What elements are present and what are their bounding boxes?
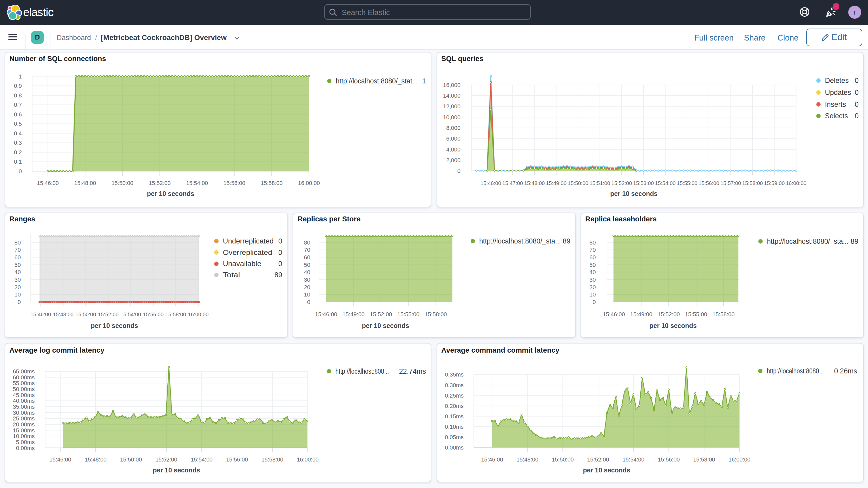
svg-text:0.30ms: 0.30ms	[445, 382, 464, 389]
svg-text:15:52:00: 15:52:00	[657, 311, 680, 317]
svg-text:30: 30	[14, 276, 21, 283]
svg-text:15:51:00: 15:51:00	[590, 180, 610, 186]
svg-text:Underreplicated: Underreplicated	[223, 237, 273, 245]
svg-text:15:55:00: 15:55:00	[397, 311, 420, 317]
svg-text:0: 0	[19, 168, 22, 175]
svg-text:80: 80	[304, 239, 310, 246]
svg-text:15:46:00: 15:46:00	[603, 311, 625, 317]
svg-text:0: 0	[457, 167, 461, 174]
svg-text:89: 89	[274, 271, 282, 279]
svg-text:50.00ms: 50.00ms	[13, 386, 35, 392]
svg-text:15.00ms: 15.00ms	[13, 427, 35, 434]
svg-text:4,000: 4,000	[446, 146, 461, 153]
svg-text:0.8: 0.8	[14, 92, 22, 99]
svg-text:15:53:00: 15:53:00	[633, 180, 654, 186]
svg-text:Average command commit latency: Average command commit latency	[441, 346, 560, 354]
svg-text:15:59:00: 15:59:00	[764, 180, 784, 186]
svg-text:10: 10	[304, 291, 310, 298]
svg-text:15:52:00: 15:52:00	[370, 311, 392, 317]
svg-text:0: 0	[855, 112, 859, 120]
svg-text:0: 0	[855, 89, 859, 96]
svg-text:15:47:00: 15:47:00	[502, 180, 523, 186]
svg-text:45.00ms: 45.00ms	[13, 392, 35, 398]
svg-text:70: 70	[304, 247, 310, 253]
svg-text:per 10 seconds: per 10 seconds	[91, 322, 138, 329]
svg-text:15:46:00: 15:46:00	[481, 456, 503, 463]
svg-text:Replica leaseholders: Replica leaseholders	[585, 215, 657, 223]
svg-text:50: 50	[14, 262, 21, 268]
svg-text:Updates: Updates	[825, 89, 851, 96]
svg-text:15:46:00: 15:46:00	[30, 311, 51, 317]
svg-text:16:00:00: 16:00:00	[728, 456, 750, 463]
svg-text:15:48:00: 15:48:00	[524, 180, 545, 186]
svg-text:0.26ms: 0.26ms	[834, 367, 857, 375]
svg-text:15:52:00: 15:52:00	[155, 456, 177, 463]
svg-text:16:00:00: 16:00:00	[297, 456, 319, 463]
svg-text:Average log commit latency: Average log commit latency	[9, 346, 104, 354]
svg-text:0: 0	[278, 260, 282, 268]
svg-text:5.00ms: 5.00ms	[16, 439, 35, 446]
svg-text:65.00ms: 65.00ms	[13, 368, 35, 375]
svg-text:1: 1	[19, 73, 22, 80]
svg-text:15:52:00: 15:52:00	[98, 311, 119, 317]
svg-text:15:54:00: 15:54:00	[120, 311, 141, 317]
svg-text:60: 60	[304, 254, 310, 261]
svg-text:0.2: 0.2	[14, 149, 22, 156]
svg-text:0.20ms: 0.20ms	[445, 403, 464, 409]
svg-text:15:52:00: 15:52:00	[611, 180, 632, 186]
svg-text:0.4: 0.4	[14, 130, 22, 137]
svg-text:per 10 seconds: per 10 seconds	[610, 190, 657, 197]
svg-text:14,000: 14,000	[443, 92, 461, 99]
svg-text:0: 0	[592, 299, 596, 305]
svg-text:0.6: 0.6	[14, 111, 22, 118]
svg-text:15:56:00: 15:56:00	[223, 180, 245, 186]
svg-text:15:52:00: 15:52:00	[587, 456, 609, 463]
svg-text:40: 40	[14, 269, 21, 275]
svg-text:Total: Total	[223, 271, 240, 279]
svg-text:0.5: 0.5	[14, 121, 22, 127]
svg-text:15:54:00: 15:54:00	[655, 180, 675, 186]
svg-text:15:58:00: 15:58:00	[261, 456, 283, 463]
svg-text:per 10 seconds: per 10 seconds	[147, 190, 194, 197]
svg-text:20: 20	[589, 284, 596, 291]
svg-text:15:49:00: 15:49:00	[342, 311, 365, 317]
svg-text:25.00ms: 25.00ms	[13, 415, 35, 422]
svg-text:60.00ms: 60.00ms	[13, 374, 35, 381]
svg-text:15:52:00: 15:52:00	[149, 180, 171, 186]
svg-text:30: 30	[589, 276, 596, 283]
svg-text:0: 0	[18, 299, 21, 305]
svg-text:15:58:00: 15:58:00	[742, 180, 763, 186]
svg-text:15:58:00: 15:58:00	[165, 311, 186, 317]
svg-text:0.00ms: 0.00ms	[16, 445, 35, 451]
svg-text:16:00:00: 16:00:00	[786, 180, 806, 186]
svg-text:15:48:00: 15:48:00	[516, 456, 538, 463]
svg-text:15:48:00: 15:48:00	[85, 456, 106, 463]
svg-text:70: 70	[14, 247, 21, 253]
svg-text:per 10 seconds: per 10 seconds	[649, 322, 697, 329]
svg-text:SQL queries: SQL queries	[441, 55, 484, 63]
svg-text:1: 1	[422, 77, 426, 85]
svg-text:2,000: 2,000	[446, 157, 461, 163]
svg-text:Number of SQL connections: Number of SQL connections	[9, 55, 106, 63]
svg-text:10,000: 10,000	[443, 114, 461, 121]
svg-text:per 10 seconds: per 10 seconds	[153, 466, 200, 474]
svg-text:15:46:00: 15:46:00	[37, 180, 59, 186]
svg-text:http://localhost:8080...: http://localhost:8080...	[767, 367, 824, 375]
svg-text:15:56:00: 15:56:00	[699, 180, 719, 186]
svg-text:89: 89	[563, 237, 570, 245]
svg-text:15:56:00: 15:56:00	[658, 456, 680, 463]
svg-text:0: 0	[855, 77, 859, 85]
svg-text:http://localhost:8080/_sta...: http://localhost:8080/_sta...	[479, 237, 561, 245]
svg-text:16:00:00: 16:00:00	[298, 180, 320, 186]
svg-text:15:54:00: 15:54:00	[186, 180, 208, 186]
svg-text:Ranges: Ranges	[9, 215, 35, 223]
svg-text:15:50:00: 15:50:00	[120, 456, 142, 463]
svg-text:0.05ms: 0.05ms	[445, 434, 464, 440]
svg-text:0.3: 0.3	[14, 140, 22, 146]
svg-text:per 10 seconds: per 10 seconds	[583, 466, 630, 474]
svg-text:89: 89	[850, 238, 858, 245]
svg-text:15:46:00: 15:46:00	[315, 311, 337, 317]
svg-text:10: 10	[14, 291, 21, 298]
svg-text:15:49:00: 15:49:00	[546, 180, 566, 186]
svg-text:15:55:00: 15:55:00	[685, 311, 707, 317]
